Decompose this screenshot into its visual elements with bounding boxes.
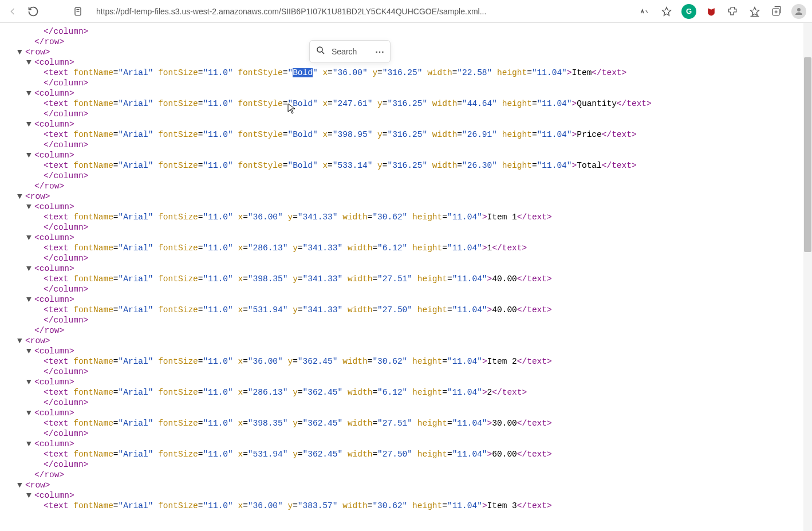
- xml-line[interactable]: ▼<column>: [2, 119, 812, 129]
- svg-marker-4: [751, 7, 759, 15]
- more-icon[interactable]: ⋯: [375, 46, 384, 57]
- favorite-star-icon[interactable]: [660, 5, 673, 18]
- browser-toolbar: https://pdf-temp-files.s3.us-west-2.amaz…: [0, 0, 812, 23]
- read-aloud-icon[interactable]: [638, 5, 652, 18]
- xml-line[interactable]: </column>: [2, 253, 812, 263]
- svg-point-10: [317, 47, 322, 52]
- xml-line[interactable]: <text fontName="Arial" fontSize="11.0" x…: [2, 274, 812, 284]
- xml-line[interactable]: ▼<column>: [2, 294, 812, 305]
- xml-line[interactable]: ▼<column>: [2, 439, 812, 449]
- favorites-icon[interactable]: [748, 5, 762, 18]
- back-icon[interactable]: [6, 5, 19, 18]
- expand-toggle-icon[interactable]: ▼: [26, 346, 34, 356]
- search-label: Search: [332, 47, 369, 56]
- xml-line[interactable]: ▼<column>: [2, 233, 812, 243]
- expand-toggle-icon[interactable]: ▼: [26, 408, 34, 418]
- xml-line[interactable]: ▼<column>: [2, 88, 812, 99]
- xml-line[interactable]: <text fontName="Arial" fontSize="11.0" x…: [2, 449, 812, 459]
- expand-toggle-icon[interactable]: ▼: [26, 233, 34, 243]
- xml-viewer[interactable]: </column></row>▼<row>▼<column><text font…: [0, 23, 812, 531]
- xml-line[interactable]: ▼<column>: [2, 202, 812, 212]
- xml-line[interactable]: </column>: [2, 367, 812, 377]
- profile-avatar[interactable]: [791, 4, 806, 19]
- xml-line[interactable]: <text fontName="Arial" fontSize="11.0" f…: [2, 160, 812, 171]
- scrollbar-thumb[interactable]: [804, 57, 811, 252]
- xml-line[interactable]: </column>: [2, 428, 812, 439]
- expand-toggle-icon[interactable]: ▼: [26, 150, 34, 160]
- extensions-icon[interactable]: [726, 5, 740, 18]
- expand-toggle-icon[interactable]: ▼: [17, 336, 25, 346]
- expand-toggle-icon[interactable]: ▼: [26, 263, 34, 274]
- xml-line[interactable]: <text fontName="Arial" fontSize="11.0" x…: [2, 418, 812, 428]
- xml-line[interactable]: </column>: [2, 398, 812, 408]
- expand-toggle-icon[interactable]: ▼: [26, 294, 34, 305]
- xml-line[interactable]: </column>: [2, 26, 812, 37]
- xml-line[interactable]: </row>: [2, 37, 812, 47]
- expand-toggle-icon[interactable]: ▼: [17, 480, 25, 490]
- xml-line[interactable]: </row>: [2, 325, 812, 336]
- xml-line[interactable]: </column>: [2, 109, 812, 119]
- search-icon: [316, 45, 326, 58]
- xml-line[interactable]: <text fontName="Arial" fontSize="11.0" f…: [2, 99, 812, 109]
- xml-line[interactable]: ▼<column>: [2, 150, 812, 160]
- xml-line[interactable]: ▼<column>: [2, 263, 812, 274]
- xml-line[interactable]: ▼<row>: [2, 336, 812, 346]
- xml-line[interactable]: <text fontName="Arial" fontSize="11.0" x…: [2, 387, 812, 398]
- url-bar[interactable]: https://pdf-temp-files.s3.us-west-2.amaz…: [92, 3, 631, 20]
- xml-line[interactable]: </column>: [2, 284, 812, 294]
- expand-toggle-icon[interactable]: ▼: [26, 119, 34, 129]
- refresh-icon[interactable]: [26, 5, 40, 18]
- xml-line[interactable]: </column>: [2, 140, 812, 150]
- xml-line[interactable]: ▼<row>: [2, 47, 812, 57]
- expand-toggle-icon[interactable]: ▼: [17, 191, 25, 202]
- expand-toggle-icon[interactable]: ▼: [26, 439, 34, 449]
- site-info-icon[interactable]: [71, 5, 85, 18]
- xml-line[interactable]: <text fontName="Arial" fontSize="11.0" f…: [2, 129, 812, 140]
- xml-line[interactable]: <text fontName="Arial" fontSize="11.0" x…: [2, 212, 812, 222]
- expand-toggle-icon[interactable]: ▼: [26, 88, 34, 99]
- xml-line[interactable]: <text fontName="Arial" fontSize="11.0" x…: [2, 501, 812, 511]
- mcafee-icon[interactable]: [704, 5, 718, 18]
- expand-toggle-icon[interactable]: ▼: [17, 47, 25, 57]
- search-popup[interactable]: Search ⋯: [309, 40, 391, 63]
- xml-line[interactable]: <text fontName="Arial" fontSize="11.0" x…: [2, 356, 812, 367]
- xml-line[interactable]: </column>: [2, 222, 812, 233]
- xml-line[interactable]: </column>: [2, 78, 812, 88]
- xml-line[interactable]: ▼<column>: [2, 57, 812, 68]
- expand-toggle-icon[interactable]: ▼: [26, 377, 34, 387]
- expand-toggle-icon[interactable]: ▼: [26, 57, 34, 68]
- collections-icon[interactable]: [770, 5, 783, 18]
- xml-line[interactable]: ▼<row>: [2, 480, 812, 490]
- scrollbar[interactable]: [803, 23, 812, 531]
- xml-line[interactable]: ▼<column>: [2, 490, 812, 501]
- svg-point-9: [797, 8, 801, 11]
- xml-line[interactable]: ▼<column>: [2, 408, 812, 418]
- xml-line[interactable]: </column>: [2, 315, 812, 325]
- xml-line[interactable]: <text fontName="Arial" fontSize="11.0" x…: [2, 305, 812, 315]
- xml-line[interactable]: ▼<row>: [2, 191, 812, 202]
- svg-line-11: [322, 52, 324, 54]
- expand-toggle-icon[interactable]: ▼: [26, 490, 34, 501]
- grammarly-icon[interactable]: G: [681, 4, 696, 19]
- xml-line[interactable]: <text fontName="Arial" fontSize="11.0" f…: [2, 68, 812, 78]
- xml-line[interactable]: ▼<column>: [2, 346, 812, 356]
- xml-line[interactable]: </row>: [2, 470, 812, 480]
- xml-line[interactable]: <text fontName="Arial" fontSize="11.0" x…: [2, 243, 812, 253]
- xml-line[interactable]: </column>: [2, 171, 812, 181]
- xml-line[interactable]: ▼<column>: [2, 377, 812, 387]
- svg-marker-3: [663, 7, 671, 15]
- url-text: https://pdf-temp-files.s3.us-west-2.amaz…: [96, 7, 486, 16]
- xml-line[interactable]: </column>: [2, 459, 812, 470]
- xml-line[interactable]: </row>: [2, 181, 812, 191]
- expand-toggle-icon[interactable]: ▼: [26, 202, 34, 212]
